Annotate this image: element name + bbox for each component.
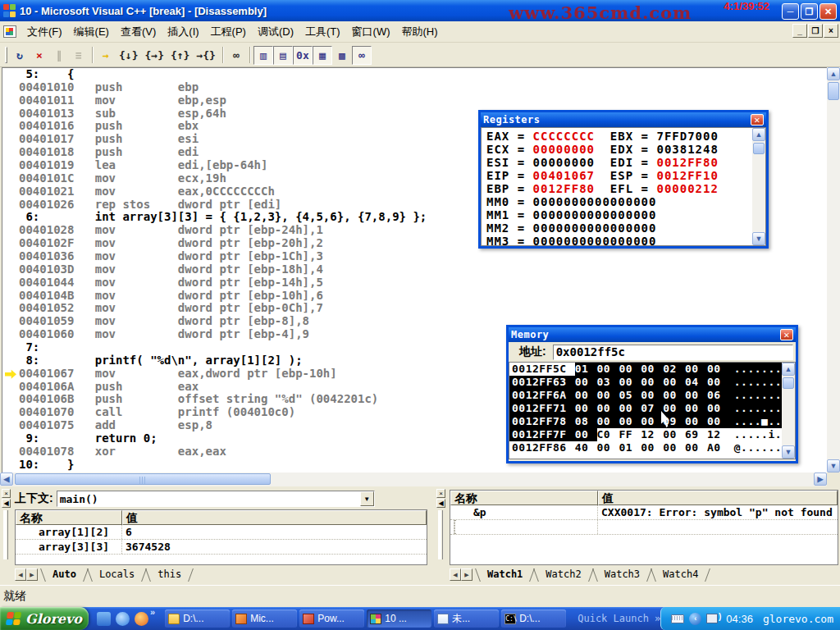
watch-drag-handle[interactable] bbox=[438, 510, 443, 559]
vcpp-icon bbox=[370, 614, 381, 624]
variables-value-header[interactable]: 值 bbox=[122, 510, 427, 525]
memory-scrollbar[interactable]: ▲ ▼ bbox=[782, 363, 795, 459]
watch-value-header[interactable]: 值 bbox=[598, 491, 838, 505]
watch-window-icon[interactable]: ▥ bbox=[253, 46, 273, 65]
task-button-notepad[interactable]: 未... bbox=[434, 609, 499, 628]
variables-name-header[interactable]: 名称 bbox=[16, 510, 122, 525]
registers-scroll-thumb[interactable] bbox=[753, 143, 765, 154]
tab-scroll-left-icon[interactable]: ◀ bbox=[450, 568, 461, 581]
chevron-down-icon[interactable]: ▼ bbox=[360, 491, 374, 506]
hscroll-thumb[interactable] bbox=[15, 473, 271, 485]
step-over-icon[interactable]: {→} bbox=[141, 46, 167, 65]
watch-row[interactable] bbox=[450, 520, 838, 535]
menu-工具T[interactable]: 工具(T) bbox=[299, 22, 346, 42]
watch-name-header[interactable]: 名称 bbox=[450, 491, 598, 505]
watch-grid: 名称 值 &pCXX0017: Error: symbol "p" not fo… bbox=[450, 490, 838, 565]
scroll-down-icon[interactable]: ▼ bbox=[752, 232, 765, 245]
variables-window-icon[interactable]: ▤ bbox=[273, 46, 293, 65]
memory-scroll-thumb[interactable] bbox=[783, 377, 794, 389]
variables-collapse-icon[interactable]: ◀ bbox=[2, 499, 11, 508]
registers-window-icon[interactable]: 0x bbox=[293, 46, 313, 65]
watch-close-icon[interactable]: × bbox=[436, 489, 445, 498]
tab-watch3[interactable]: Watch3 bbox=[593, 568, 651, 582]
variables-close-icon[interactable]: × bbox=[2, 489, 11, 498]
toolbar-grip[interactable] bbox=[5, 47, 7, 63]
menu-调试D[interactable]: 调试(D) bbox=[252, 22, 299, 42]
tab-locals[interactable]: Locals bbox=[88, 568, 146, 582]
tab-watch4[interactable]: Watch4 bbox=[651, 568, 710, 582]
quickwatch-icon[interactable]: ∞ bbox=[226, 46, 246, 65]
tab-watch2[interactable]: Watch2 bbox=[534, 568, 592, 582]
scroll-up-icon[interactable]: ▲ bbox=[827, 67, 840, 80]
mdi-restore-button[interactable]: ❐ bbox=[808, 24, 823, 38]
tab-scroll-right-icon[interactable]: ▶ bbox=[26, 568, 38, 581]
close-button[interactable]: ✕ bbox=[819, 3, 837, 20]
run-to-cursor-icon[interactable]: →{} bbox=[193, 46, 218, 65]
registers-scrollbar[interactable]: ▲ ▼ bbox=[752, 128, 765, 245]
memory-title-bar[interactable]: Memory ✕ bbox=[509, 327, 796, 342]
stop-debugging-icon[interactable]: × bbox=[30, 46, 49, 65]
call-stack-window-icon[interactable]: ▩ bbox=[332, 46, 352, 65]
step-into-icon[interactable]: {↓} bbox=[116, 46, 141, 65]
memory-close-icon[interactable]: ✕ bbox=[780, 329, 793, 340]
tab-this[interactable]: this bbox=[146, 568, 193, 582]
menu-插入I[interactable]: 插入(I) bbox=[162, 22, 204, 42]
menu-文件F[interactable]: 文件(F) bbox=[21, 22, 68, 42]
task-button-office-red[interactable]: Pow... bbox=[299, 609, 364, 628]
task-button-cmd[interactable]: C:\D:\... bbox=[501, 609, 566, 628]
watermark-timestamp: 4:1/39:52 bbox=[724, 0, 769, 12]
restart-icon[interactable]: ↻ bbox=[10, 46, 30, 65]
asm-line: 00401044 mov dword ptr [ebp-14h],5 bbox=[2, 276, 827, 290]
step-out-icon[interactable]: {↑} bbox=[167, 46, 193, 65]
registers-title-bar[interactable]: Registers ✕ bbox=[481, 112, 766, 127]
variable-row[interactable]: array[1][2]6 bbox=[16, 525, 427, 540]
menu-编辑E[interactable]: 编辑(E) bbox=[68, 22, 115, 42]
hide-icons-icon[interactable]: ‹ bbox=[689, 613, 701, 625]
scroll-down-icon[interactable]: ▼ bbox=[782, 445, 795, 459]
scroll-left-icon[interactable]: ◀ bbox=[0, 472, 13, 486]
disassembly-window-icon[interactable]: ∞ bbox=[352, 46, 372, 65]
memory-row: 0012FF7100000007000000....... bbox=[509, 402, 782, 415]
keyboard-icon[interactable] bbox=[671, 614, 684, 623]
menu-查看V[interactable]: 查看(V) bbox=[115, 22, 162, 42]
network-icon[interactable] bbox=[706, 614, 718, 623]
minimize-button[interactable]: ─ bbox=[782, 3, 799, 20]
mdi-minimize-button[interactable]: _ bbox=[792, 24, 807, 38]
messenger-icon[interactable] bbox=[97, 612, 111, 626]
tab-scroll-left-icon[interactable]: ◀ bbox=[15, 568, 26, 581]
variable-row[interactable]: array[3][3]3674528 bbox=[16, 540, 427, 555]
watch-new-expression-input[interactable] bbox=[454, 520, 455, 534]
menu-帮助H[interactable]: 帮助(H) bbox=[396, 22, 444, 42]
disassembly-hscrollbar[interactable]: ◀ ▶ bbox=[0, 472, 827, 486]
chevron-icon[interactable]: » bbox=[150, 607, 155, 617]
registers-close-icon[interactable]: ✕ bbox=[751, 114, 764, 126]
scroll-up-icon[interactable]: ▲ bbox=[752, 128, 765, 141]
variables-drag-handle[interactable] bbox=[3, 510, 8, 559]
watch-collapse-icon[interactable]: ◀ bbox=[436, 499, 445, 508]
vscroll-thumb[interactable] bbox=[828, 82, 839, 100]
restore-button[interactable]: ❐ bbox=[801, 3, 818, 20]
ie-icon[interactable] bbox=[116, 612, 130, 626]
scroll-right-icon[interactable]: ▶ bbox=[814, 472, 827, 486]
scroll-up-icon[interactable]: ▲ bbox=[782, 363, 795, 376]
tab-watch1[interactable]: Watch1 bbox=[476, 568, 534, 582]
context-dropdown[interactable]: main() ▼ bbox=[57, 491, 375, 507]
break-execution-icon: ∥ bbox=[49, 46, 69, 65]
memory-dump[interactable]: 0012FF5C01000000020000.......0012FF63000… bbox=[509, 363, 782, 459]
memory-window-icon[interactable]: ▦ bbox=[313, 46, 332, 65]
watch-row[interactable]: &pCXX0017: Error: symbol "p" not found bbox=[450, 505, 838, 520]
task-button-vcpp[interactable]: 10 ... bbox=[367, 609, 431, 628]
scroll-down-icon[interactable]: ▼ bbox=[827, 459, 840, 472]
menu-工程P[interactable]: 工程(P) bbox=[205, 22, 252, 42]
disassembly-vscrollbar[interactable]: ▲ ▼ bbox=[827, 67, 840, 472]
tab-auto[interactable]: Auto bbox=[41, 568, 88, 582]
menu-窗口W[interactable]: 窗口(W) bbox=[346, 22, 396, 42]
start-button[interactable]: Glorevo bbox=[0, 607, 89, 630]
show-next-statement-icon[interactable]: → bbox=[96, 46, 116, 65]
mdi-close-button[interactable]: × bbox=[824, 24, 838, 38]
firefox-icon[interactable] bbox=[135, 612, 148, 626]
memory-address-input[interactable]: 0x0012ff5c bbox=[553, 345, 793, 360]
task-button-folder[interactable]: D:\... bbox=[165, 609, 230, 628]
task-button-office-orange[interactable]: Mic... bbox=[232, 609, 297, 628]
tab-scroll-right-icon[interactable]: ▶ bbox=[461, 568, 472, 581]
